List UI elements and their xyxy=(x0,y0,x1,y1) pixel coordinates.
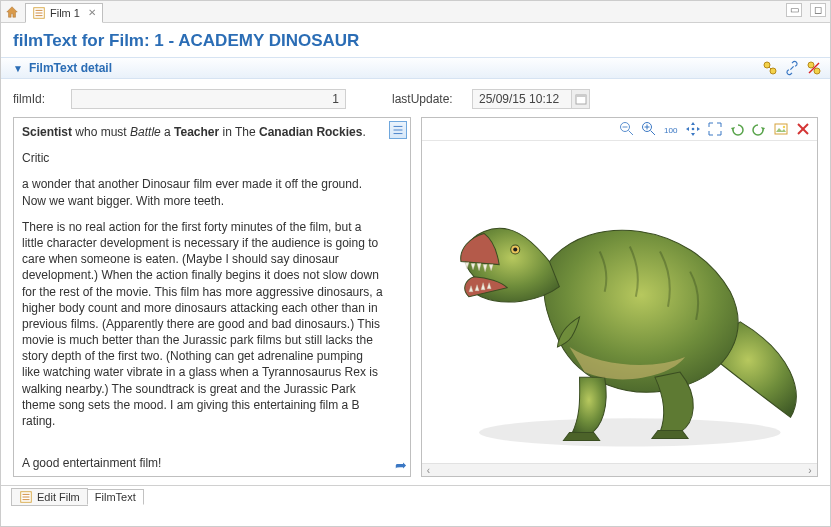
svg-rect-11 xyxy=(576,95,586,97)
tab-label: Film 1 xyxy=(50,7,80,19)
bottom-tabbar: Edit Film FilmText xyxy=(1,485,830,507)
horizontal-scrollbar[interactable]: ‹ › xyxy=(422,463,818,476)
t: Canadian Rockies xyxy=(259,125,362,139)
svg-text:100: 100 xyxy=(664,126,678,135)
last-update-field[interactable] xyxy=(472,89,572,109)
t: in The xyxy=(219,125,259,139)
svg-point-23 xyxy=(692,128,695,131)
svg-line-19 xyxy=(651,131,656,136)
toolbar-action-icon-1[interactable] xyxy=(762,60,778,76)
tab-edit-film[interactable]: Edit Film xyxy=(11,488,88,506)
title-area: filmText for Film: 1 - ACADEMY DINOSAUR xyxy=(1,23,830,57)
collapse-toggle-icon[interactable]: ▼ xyxy=(13,63,23,74)
bottom-tab-label: Edit Film xyxy=(37,491,80,503)
svg-point-25 xyxy=(783,126,785,128)
pan-icon[interactable] xyxy=(685,121,701,137)
t: Battle xyxy=(130,125,161,139)
minimize-button[interactable]: ▭ xyxy=(786,3,802,17)
scroll-left-icon[interactable]: ‹ xyxy=(422,464,436,478)
film-id-label: filmId: xyxy=(13,92,61,106)
film-id-field[interactable] xyxy=(71,89,346,109)
last-update-label: lastUpdate: xyxy=(392,92,462,106)
svg-point-28 xyxy=(479,418,780,446)
link-icon[interactable] xyxy=(784,60,800,76)
forward-icon[interactable]: ➦ xyxy=(395,457,407,473)
t: Scientist xyxy=(22,125,72,139)
bottom-tab-label: FilmText xyxy=(95,491,136,503)
close-icon[interactable]: ✕ xyxy=(88,7,96,18)
zoom-in-icon[interactable] xyxy=(641,121,657,137)
toolbar-action-icon-3[interactable] xyxy=(806,60,822,76)
window-tabbar: Film 1 ✕ ▭ ◻ xyxy=(1,1,830,23)
t: Teacher xyxy=(174,125,219,139)
picture-icon[interactable] xyxy=(773,121,789,137)
svg-line-6 xyxy=(769,67,771,69)
scroll-right-icon[interactable]: › xyxy=(803,464,817,478)
delete-image-icon[interactable] xyxy=(795,121,811,137)
text-list-icon[interactable] xyxy=(389,121,407,139)
t: There is no real action for the first fo… xyxy=(22,219,384,429)
description-pane: Scientist who must Battle a Teacher in T… xyxy=(13,117,411,477)
rotate-right-icon[interactable] xyxy=(751,121,767,137)
page-title: filmText for Film: 1 - ACADEMY DINOSAUR xyxy=(13,31,818,51)
home-icon[interactable] xyxy=(5,5,19,19)
fit-icon[interactable] xyxy=(707,121,723,137)
section-header: ▼ FilmText detail xyxy=(1,57,830,79)
svg-rect-24 xyxy=(775,124,787,134)
t: . xyxy=(362,125,365,139)
calendar-icon[interactable] xyxy=(572,89,590,109)
svg-line-16 xyxy=(629,131,634,136)
zoom-out-icon[interactable] xyxy=(619,121,635,137)
svg-point-30 xyxy=(513,248,517,252)
svg-point-8 xyxy=(814,68,820,74)
image-pane: 100 xyxy=(421,117,819,477)
image-toolbar: 100 xyxy=(422,118,818,141)
tab-filmtext[interactable]: FilmText xyxy=(87,489,144,505)
form-icon xyxy=(19,490,33,504)
section-title: FilmText detail xyxy=(29,61,112,75)
svg-point-7 xyxy=(808,62,814,68)
detail-panes: Scientist who must Battle a Teacher in T… xyxy=(1,117,830,485)
image-viewport[interactable] xyxy=(422,141,818,463)
rotate-left-icon[interactable] xyxy=(729,121,745,137)
t: a wonder that another Dinosaur film ever… xyxy=(22,176,384,208)
t: Critic xyxy=(22,150,384,166)
form-icon xyxy=(32,6,46,20)
form-row: filmId: lastUpdate: xyxy=(1,79,830,117)
t: who must xyxy=(72,125,130,139)
t: A good entertainment film! xyxy=(22,455,384,471)
t: a xyxy=(161,125,174,139)
maximize-button[interactable]: ◻ xyxy=(810,3,826,17)
zoom-100-icon[interactable]: 100 xyxy=(663,121,679,137)
description-text[interactable]: Scientist who must Battle a Teacher in T… xyxy=(14,118,410,476)
tab-film-1[interactable]: Film 1 ✕ xyxy=(25,3,103,23)
